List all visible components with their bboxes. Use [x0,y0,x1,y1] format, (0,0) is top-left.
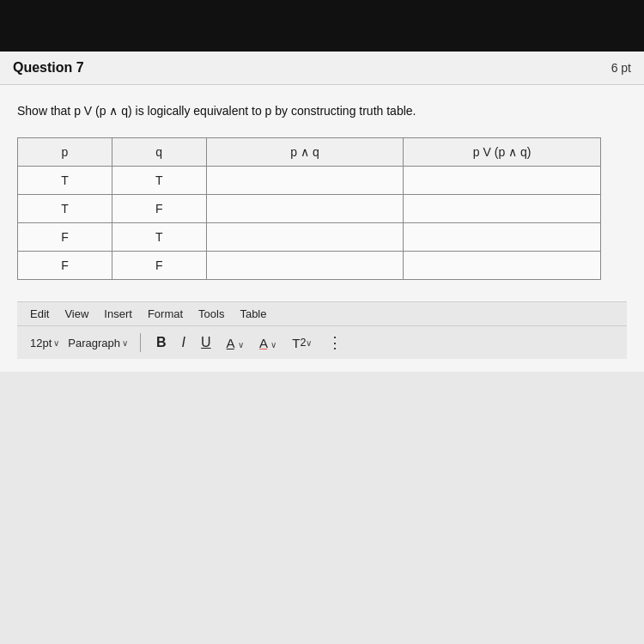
superscript-chevron: ∨ [306,338,312,348]
formatting-bar: 12pt ∨ Paragraph ∨ B I U A ∨ A ∨ T2 ∨ [17,325,627,359]
truth-table: p q p ∧ q p V (p ∧ q) T T T F [17,137,601,280]
menu-format[interactable]: Format [148,307,183,320]
cell-p2: T [18,195,112,223]
main-container: Question 7 6 pt Show that p V (p ∧ q) is… [0,52,644,644]
cell-pvpq3 [404,223,601,252]
paragraph-label: Paragraph [68,337,120,349]
highlight-label: A [259,336,267,350]
table-row: T T [18,167,601,195]
font-color-button[interactable]: A ∨ [223,334,247,352]
menu-insert[interactable]: Insert [104,307,132,320]
font-size-value: 12pt [30,337,52,349]
cell-q2: F [112,195,206,223]
question-text: Show that p V (p ∧ q) is logically equiv… [17,102,627,120]
more-options-button[interactable]: ⋮ [327,333,343,352]
question-header: Question 7 6 pt [0,52,644,85]
menu-view[interactable]: View [64,307,88,320]
cell-pq4 [206,252,404,280]
table-header-pandq: p ∧ q [206,138,404,167]
cell-q4: F [112,252,206,280]
cell-pq2 [206,195,404,223]
table-row: T F [18,195,601,223]
superscript-button[interactable]: T2 ∨ [289,334,315,352]
font-size-chevron: ∨ [53,338,59,348]
toolbar-menu: Edit View Insert Format Tools Table [17,301,627,325]
cell-p1: T [18,167,112,195]
toolbar-divider [140,333,141,352]
cell-p4: F [18,252,112,280]
paragraph-chevron: ∨ [122,338,128,348]
font-color-chevron: ∨ [238,340,244,349]
table-header-pvpandq: p V (p ∧ q) [404,138,601,167]
question-points: 6 pt [611,61,631,75]
highlight-button[interactable]: A ∨ [256,334,280,352]
cell-q3: T [112,223,206,252]
cell-pvpq2 [404,195,601,223]
cell-pvpq1 [404,167,601,195]
question-title: Question 7 [13,60,84,76]
menu-tools[interactable]: Tools [198,307,224,320]
bold-button[interactable]: B [153,333,170,352]
cell-pq3 [206,223,404,252]
italic-button[interactable]: I [179,333,189,352]
underline-button[interactable]: U [197,333,215,352]
cell-p3: F [18,223,112,252]
paragraph-selector[interactable]: Paragraph ∨ [68,337,128,349]
cell-q1: T [112,167,206,195]
table-row: F T [18,223,601,252]
font-size-selector[interactable]: 12pt ∨ [30,337,59,349]
top-black-bar [0,0,644,52]
menu-table[interactable]: Table [240,307,266,320]
content-area: Show that p V (p ∧ q) is logically equiv… [0,85,644,372]
cell-pq1 [206,167,404,195]
font-color-label: A [227,336,234,350]
highlight-chevron: ∨ [270,340,276,349]
menu-edit[interactable]: Edit [30,307,49,320]
table-header-q: q [112,138,206,167]
table-header-p: p [18,138,112,167]
cell-pvpq4 [404,252,601,280]
table-row: F F [18,252,601,280]
